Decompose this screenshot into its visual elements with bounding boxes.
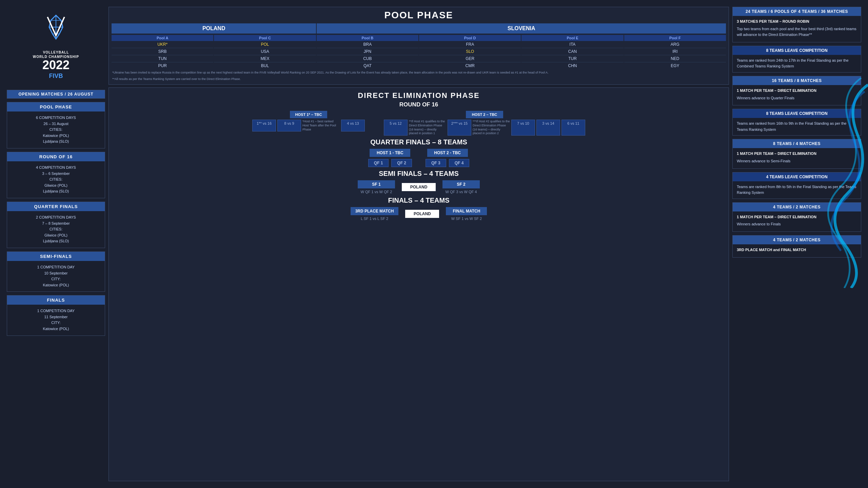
pool-b-team3: CUB: [317, 55, 418, 62]
pool-e-team3: TUR: [521, 55, 623, 62]
pool-e-team4: CHN: [521, 62, 623, 69]
pool-c-label: Pool C: [214, 35, 316, 41]
host2-tbc-box: HOST 2 – TBC: [466, 111, 503, 118]
pool-c-team3: MEX: [214, 55, 316, 62]
semi-finals-box: SEMI-FINALS 1 COMPETITION DAY 10 Septemb…: [7, 251, 105, 292]
qf2-box: QF 2: [391, 159, 412, 167]
pool-d-team4: CMR: [419, 62, 521, 69]
pool-f-team2: IRI: [624, 48, 726, 55]
sf-title: SEMI FINALS – 4 TEAMS: [112, 170, 725, 178]
pool-c: Pool C POL USA MEX BUL: [214, 35, 316, 69]
pool-f-label: Pool F: [624, 35, 726, 41]
match-6vs11: 6 vs 11: [561, 120, 585, 136]
pool-e-team2: CAN: [521, 48, 623, 55]
sf1-box: SF 1: [358, 180, 395, 188]
r16-notes-right: **If Host #1 qualifies to the Direct Eli…: [409, 120, 446, 136]
sf2-section: SF 2 W QF 3 vs W QF 4: [442, 180, 480, 194]
pool-d-label: Pool D: [419, 35, 521, 41]
finals-info-content: 3RD PLACE MATCH and FINAL MATCH: [733, 244, 861, 257]
right-column: 24 TEAMS / 6 POOLS OF 4 TEAMS / 36 MATCH…: [732, 7, 861, 481]
pool-c-team2: USA: [214, 48, 316, 55]
note-host2-1: **If Host #1 qualifies to the Direct Eli…: [409, 120, 446, 136]
pools-grid: Pool A UKR* SRB TUN PUR Pool C POL USA M…: [112, 35, 726, 69]
leave1-content: Teams are ranked from 24th to 17th in th…: [733, 55, 861, 72]
pool-c-team4: BUL: [214, 62, 316, 69]
qf-left-matches: QF 1 QF 2: [368, 159, 412, 167]
note-host1: *Host #1 – best ranked Host Team after t…: [302, 120, 340, 131]
round-of-16-content: 4 COMPETITION DAYS 3 – 6 September CITIE…: [7, 161, 105, 198]
match-7vs10: 7 vs 10: [511, 120, 535, 136]
pool-c-team1: POL: [214, 41, 316, 48]
pool-a-label: Pool A: [112, 35, 213, 41]
logo-section: VOLLEYBALL WORLD CHAMPIONSHIP 2022 FIVB: [7, 7, 105, 86]
quarter-finals-content: 2 COMPETITION DAYS 7 – 8 September CITIE…: [7, 211, 105, 248]
sf-info-header: 4 TEAMS / 2 MATCHES: [733, 203, 861, 211]
sf-layout: SF 1 W QF 1 vs W QF 2 POLAND SF 2 W QF 3…: [112, 180, 725, 194]
qf-right-matches: QF 3 QF 4: [426, 159, 469, 167]
finals-section-title: FINALS – 4 TEAMS: [112, 197, 725, 204]
main-container: VOLLEYBALL WORLD CHAMPIONSHIP 2022 FIVB …: [0, 0, 868, 488]
pool-a-team2: SRB: [112, 48, 213, 55]
pool-b-label: Pool B: [317, 35, 418, 41]
country-headers: POLAND SLOVENIA: [112, 23, 726, 34]
sf2-desc: W QF 3 vs W QF 4: [446, 190, 477, 194]
sf-info-content: 1 MATCH PER TEAM – DIRECT ELIMINATION Wi…: [733, 211, 861, 231]
match-4vs13: 4 vs 13: [341, 120, 365, 131]
leave3-box: 4 TEAMS LEAVE COMPETITION Teams are rank…: [732, 172, 861, 199]
leave1-header: 8 TEAMS LEAVE COMPETITION: [733, 46, 861, 55]
round-of-16-title: ROUND OF 16: [112, 101, 725, 108]
round-of-16-header: ROUND OF 16: [7, 152, 105, 161]
pool-phase-section: POOL PHASE POLAND SLOVENIA Pool A UKR* S…: [108, 7, 729, 85]
finals-info-box: 4 TEAMS / 2 MATCHES 3RD PLACE MATCH and …: [732, 235, 861, 258]
r16-winners-text: Winners advance to Quarter Finals: [737, 95, 857, 101]
pool-f-team1: ARG: [624, 41, 726, 48]
finals-box: FINALS 1 COMPETITION DAY 11 September CI…: [7, 295, 105, 336]
third-place-desc: L SF 1 vs L SF 2: [361, 217, 388, 221]
quarter-finals-box: QUARTER FINALS 2 COMPETITION DAYS 7 – 8 …: [7, 202, 105, 248]
pool-a-team4: PUR: [112, 62, 213, 69]
third-place-box: 3RD PLACE MATCH: [351, 207, 399, 215]
r16-info-header: 16 TEAMS / 8 MATCHES: [733, 76, 861, 85]
opening-box: OPENING MATCHES / 26 AUGUST: [7, 90, 105, 99]
pool-matches-per-team: 3 MATCHES PER TEAM – ROUND ROBIN: [737, 19, 857, 25]
poland-sf-box: POLAND: [402, 183, 436, 191]
pool-info-content: 3 MATCHES PER TEAM – ROUND ROBIN Top two…: [733, 16, 861, 42]
host1-section: HOST 1* – TBC 1** vs 16 8 vs 9 *Host #1 …: [252, 111, 365, 131]
r16-matches-per-team: 1 MATCH PER TEAM – DIRECT ELIMINATION: [737, 88, 857, 94]
qf-matches-per-team: 1 MATCH PER TEAM – DIRECT ELIMINATION: [737, 151, 857, 157]
pool-d-team2: SLO: [419, 48, 521, 55]
pool-info-header: 24 TEAMS / 6 POOLS OF 4 TEAMS / 36 MATCH…: [733, 7, 861, 16]
qf4-box: QF 4: [449, 159, 470, 167]
pool-d-team1: FRA: [419, 41, 521, 48]
pool-note1: *Ukraine has been invited to replace Rus…: [112, 69, 726, 76]
leave2-box: 8 TEAMS LEAVE COMPETITION Teams are rank…: [732, 109, 861, 136]
pool-b: Pool B BRA JPN CUB QAT: [317, 35, 418, 69]
finals-header: FINALS: [7, 296, 105, 305]
left-column: VOLLEYBALL WORLD CHAMPIONSHIP 2022 FIVB …: [7, 7, 105, 481]
host1-qf: HOST 1 - TBC: [370, 149, 410, 157]
r16-notes-left: *Host #1 – best ranked Host Team after t…: [302, 120, 340, 131]
final-match-box: FINAL MATCH: [446, 207, 487, 215]
r16-right-matches: 5 vs 12 **If Host #1 qualifies to the Di…: [384, 120, 585, 136]
pool-phase-box: POOL PHASE 6 COMPETITION DAYS 26 – 31 Au…: [7, 102, 105, 148]
pool-a-team1: UKR*: [112, 41, 213, 48]
r16-notes-right2: ***If Host #2 qualifies to the Direct El…: [473, 120, 510, 136]
qf1-box: QF 1: [368, 159, 389, 167]
match-3vs14: 3 vs 14: [536, 120, 560, 136]
host2-section: HOST 2 – TBC 5 vs 12 **If Host #1 qualif…: [384, 111, 585, 136]
center-column: POOL PHASE POLAND SLOVENIA Pool A UKR* S…: [108, 7, 729, 481]
pool-b-team4: QAT: [317, 62, 418, 69]
poland-header: POLAND: [112, 23, 316, 34]
pool-info-box: 24 TEAMS / 6 POOLS OF 4 TEAMS / 36 MATCH…: [732, 7, 861, 42]
slovenia-header: SLOVENIA: [317, 23, 726, 34]
pool-d: Pool D FRA SLO GER CMR: [419, 35, 521, 69]
note-host2-2: ***If Host #2 qualifies to the Direct El…: [473, 120, 510, 136]
qf-left: HOST 1 - TBC QF 1 QF 2: [368, 149, 412, 167]
direct-elimination-section: DIRECT ELIMINATION PHASE ROUND OF 16 HOS…: [108, 87, 729, 481]
qf-winners-text: Winners advance to Semi-Finals: [737, 158, 857, 164]
sf1-section: SF 1 W QF 1 vs W QF 2: [358, 180, 395, 194]
pool-e: Pool E ITA CAN TUR CHN: [521, 35, 623, 69]
r16-layout: HOST 1* – TBC 1** vs 16 8 vs 9 *Host #1 …: [112, 111, 725, 136]
final-match-section: FINAL MATCH W SF 1 vs W SF 2: [446, 207, 487, 221]
semi-finals-header: SEMI-FINALS: [7, 252, 105, 261]
